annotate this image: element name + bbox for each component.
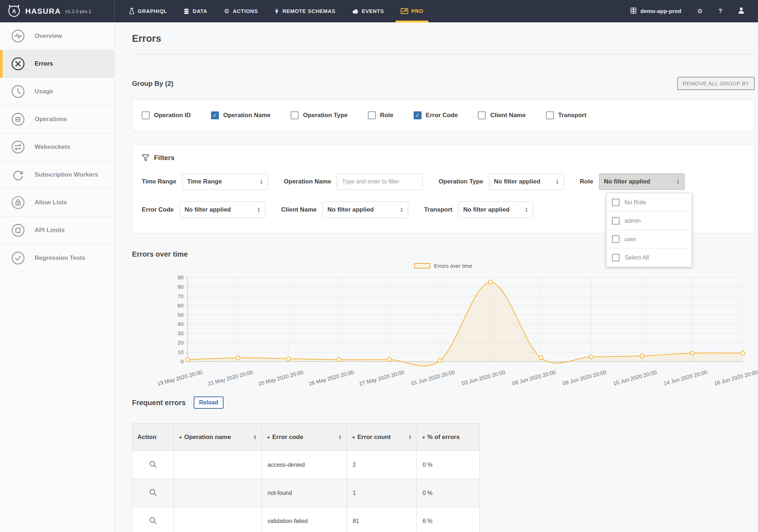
groupby-checkbox-error-code[interactable]: Error Code — [414, 111, 458, 119]
chevron-updown-icon: ▲▼ — [260, 179, 263, 185]
nav-item-data[interactable]: DATA — [184, 0, 207, 22]
nav-item-graphiql[interactable]: GRAPHIQL — [129, 0, 167, 22]
arrows-exchange-icon — [11, 140, 25, 154]
client-name-select[interactable]: No filter applied ▲▼ — [322, 201, 408, 218]
inspect-row-button[interactable] — [149, 488, 157, 497]
role-option-user[interactable]: user — [607, 230, 692, 248]
groupby-checkbox-operation-name[interactable]: Operation Name — [211, 111, 270, 119]
svg-text:10 Jun 2020 20:00: 10 Jun 2020 20:00 — [612, 369, 657, 386]
cell-error-code: access-denied — [262, 451, 347, 479]
groupby-checkbox-operation-id[interactable]: Operation ID — [142, 111, 191, 119]
sidebar-item-allow-lists[interactable]: Allow Lists — [0, 189, 114, 217]
nav-item-events[interactable]: EVENTS — [352, 0, 384, 22]
svg-text:14 Jun 2020 20:00: 14 Jun 2020 20:00 — [663, 369, 708, 386]
sidebar-item-label: API Limits — [35, 227, 65, 234]
groupby-checkbox-client-name[interactable]: Client Name — [478, 111, 525, 119]
settings-gear-icon[interactable]: ⚙ — [697, 8, 702, 15]
groupby-checkbox-operation-type[interactable]: Operation Type — [291, 111, 347, 119]
checkbox[interactable] — [142, 111, 150, 119]
operation-name-input[interactable] — [337, 173, 423, 190]
checkbox[interactable] — [612, 235, 620, 243]
checkbox[interactable] — [368, 111, 376, 119]
user-icon[interactable] — [738, 7, 744, 15]
checkbox[interactable] — [478, 111, 486, 119]
checkbox[interactable] — [291, 111, 299, 119]
checkbox[interactable] — [612, 254, 620, 261]
nav-item-actions[interactable]: ⚙ ACTIONS — [224, 0, 258, 22]
sidebar-item-regression-tests[interactable]: Regression Tests — [0, 244, 114, 272]
inspect-row-button[interactable] — [149, 460, 157, 469]
svg-text:40: 40 — [177, 321, 184, 327]
nav-label: PRO — [411, 8, 423, 14]
operation-type-select[interactable]: No filter applied ▲▼ — [489, 173, 564, 190]
nav-item-remote-schemas[interactable]: REMOTE SCHEMAS — [274, 0, 335, 22]
sidebar-item-errors[interactable]: Errors — [0, 50, 114, 78]
sidebar-item-operations[interactable]: Operations — [0, 106, 114, 133]
sort-icon[interactable]: ▲▼ — [254, 435, 256, 440]
cell-error-count: 2 — [347, 451, 417, 479]
brand[interactable]: HASURA v1.2.2-pro.1 — [0, 0, 115, 22]
role-option-no-role[interactable]: No Role — [607, 193, 692, 212]
filter-error-code: Error Code No filter applied ▲▼ — [142, 201, 265, 218]
cell-percent: 6 % — [417, 507, 480, 532]
nav-item-pro[interactable]: PRO — [401, 0, 423, 22]
filter-label: Transport — [424, 206, 452, 213]
checkbox-label: Client Name — [490, 112, 525, 119]
sidebar-item-label: Usage — [35, 88, 53, 95]
page-title: Errors — [132, 33, 755, 44]
checkbox[interactable] — [612, 217, 620, 225]
funnel-icon — [142, 154, 149, 162]
cell-operation-name — [174, 479, 262, 507]
help-icon[interactable]: ? — [719, 8, 722, 15]
transport-select[interactable]: No filter applied ▲▼ — [458, 201, 533, 218]
sidebar-item-usage[interactable]: Usage — [0, 78, 114, 106]
checkbox-label: Operation Type — [303, 112, 347, 119]
cell-operation-name — [174, 451, 262, 479]
time-range-select[interactable]: Time Range ▲▼ — [182, 173, 268, 190]
sidebar-item-websockets[interactable]: Websockets — [0, 133, 114, 161]
svg-text:09 Jun 2020 20:00: 09 Jun 2020 20:00 — [562, 369, 607, 386]
filters-title: Filters — [154, 154, 175, 162]
group-by-panel: Operation ID Operation Name Operation Ty… — [132, 99, 755, 131]
checkbox[interactable] — [546, 111, 554, 119]
pivot-icon: ◀ — [422, 435, 424, 439]
error-code-select[interactable]: No filter applied ▲▼ — [180, 201, 265, 218]
flask-icon — [129, 8, 135, 14]
filters-panel: Filters Time Range Time Range ▲▼ Operati… — [132, 144, 755, 234]
column-header-error-count[interactable]: ◀Error count▲▼ — [347, 424, 417, 451]
nav-label: REMOTE SCHEMAS — [282, 8, 335, 14]
chevron-updown-icon: ▲▼ — [677, 179, 680, 185]
column-header-operation-name[interactable]: ◀Operation name▲▼ — [174, 424, 262, 451]
gears-icon: ⚙ — [224, 8, 230, 15]
checkbox[interactable] — [211, 111, 219, 119]
sidebar-item-api-limits[interactable]: API Limits — [0, 217, 114, 244]
column-header-percent[interactable]: ◀% of errors — [417, 424, 480, 451]
nav-label: DATA — [193, 8, 207, 14]
inspect-row-button[interactable] — [149, 517, 157, 526]
svg-text:80: 80 — [177, 284, 184, 290]
project-selector[interactable]: demo-app-prod — [630, 7, 682, 15]
top-navbar: HASURA v1.2.2-pro.1 GRAPHIQL DATA ⚙ ACTI… — [0, 0, 758, 22]
chevron-updown-icon: ▲▼ — [525, 207, 528, 213]
checkbox[interactable] — [414, 111, 422, 119]
filter-label: Operation Name — [284, 178, 331, 185]
database-icon — [184, 8, 189, 14]
role-option-select-all[interactable]: Select All — [607, 248, 692, 267]
checkbox-label: Transport — [558, 112, 586, 119]
svg-text:08 Jun 2020 20:00: 08 Jun 2020 20:00 — [511, 369, 556, 386]
sidebar-item-overview[interactable]: Overview — [0, 22, 114, 50]
role-option-admin[interactable]: admin — [607, 212, 692, 230]
lightning-icon — [274, 8, 279, 14]
sort-icon[interactable]: ▲▼ — [409, 435, 411, 440]
remove-all-group-by-button[interactable]: REMOVE ALL GROUP BY — [677, 77, 755, 90]
checkbox[interactable] — [612, 199, 620, 206]
filter-label: Error Code — [142, 206, 174, 213]
sidebar-item-subscription-workers[interactable]: Subscription Workers — [0, 161, 114, 189]
select-value: No filter applied — [327, 206, 374, 213]
column-header-error-code[interactable]: ◀Error code▲▼ — [262, 424, 347, 451]
groupby-checkbox-transport[interactable]: Transport — [546, 111, 586, 119]
sort-icon[interactable]: ▲▼ — [339, 435, 341, 440]
reload-button[interactable]: Reload — [194, 396, 224, 409]
role-select[interactable]: No filter applied ▲▼ — [599, 173, 685, 190]
groupby-checkbox-role[interactable]: Role — [368, 111, 393, 119]
